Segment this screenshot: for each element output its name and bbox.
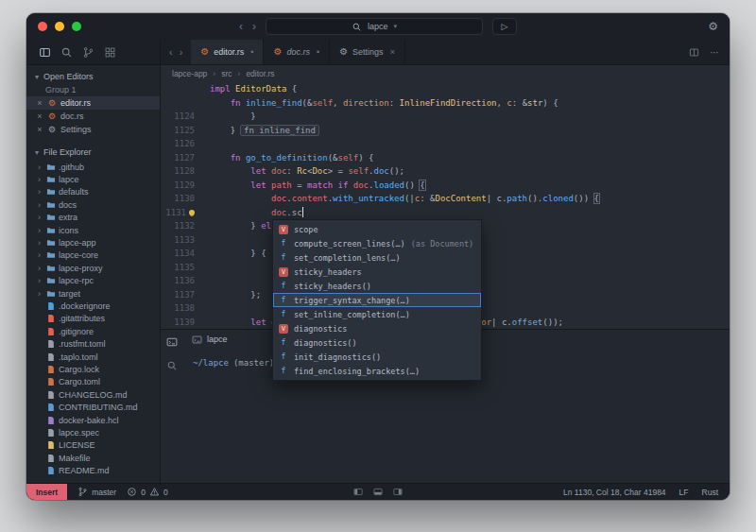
completion-item[interactable]: finit_diagnostics() [273, 350, 481, 364]
completion-item[interactable]: ffind_enclosing_brackets(…) [273, 364, 481, 378]
command-palette-input[interactable]: lapce ▾ [266, 18, 483, 35]
file-docker-bake.hcl[interactable]: docker-bake.hcl [26, 414, 160, 426]
close-icon[interactable]: × [36, 125, 43, 134]
run-button[interactable]: ▷ [492, 18, 517, 35]
folder-lapce[interactable]: ›lapce [26, 173, 160, 185]
zoom-window-button[interactable] [72, 22, 81, 31]
code-line[interactable]: 1127 fn go_to_definition(&self) { [161, 151, 730, 165]
file-README.md[interactable]: README.md [26, 464, 160, 476]
minimize-window-button[interactable] [55, 22, 64, 31]
tree-item-label: lapce-proxy [59, 264, 103, 273]
file-CHANGELOG.md[interactable]: CHANGELOG.md [26, 388, 160, 401]
file-.dockerignore[interactable]: .dockerignore [26, 300, 160, 312]
file-Cargo.toml[interactable]: Cargo.toml [26, 376, 160, 388]
file-Cargo.lock[interactable]: Cargo.lock [26, 363, 160, 375]
more-actions-button[interactable]: ⋯ [710, 47, 719, 58]
terminal-icon [192, 335, 202, 345]
tab-editor.rs[interactable]: ⚙editor.rs• [191, 40, 264, 64]
folder-.github[interactable]: ›.github [26, 161, 160, 173]
titlebar[interactable]: ‹ › lapce ▾ ▷ ⚙ [26, 13, 730, 40]
folder-docs[interactable]: ›docs [26, 198, 160, 211]
code-line[interactable]: 1124 } [161, 110, 730, 124]
folder-target[interactable]: ›target [26, 287, 160, 300]
git-branch-indicator[interactable]: master [77, 487, 116, 497]
code-line[interactable]: 1128 let doc: Rc<Doc> = self.doc(); [161, 164, 730, 179]
code-line[interactable]: 1126 [161, 137, 730, 151]
chevron-right-icon: › [38, 264, 46, 273]
tabs-forward-button[interactable]: › [180, 46, 183, 58]
completion-item[interactable]: fdiagnostics() [273, 335, 481, 350]
completion-kind-function-icon: f [279, 239, 288, 249]
folder-lapce-rpc[interactable]: ›lapce-rpc [26, 275, 160, 287]
folder-extra[interactable]: ›extra [26, 212, 160, 224]
file-lapce.spec[interactable]: lapce.spec [26, 426, 160, 438]
file-LICENSE[interactable]: LICENSE [26, 439, 160, 452]
tab-close-button[interactable]: × [390, 47, 395, 57]
terminal-tab[interactable]: lapce [183, 330, 236, 349]
gear-icon: ⚙ [48, 126, 56, 134]
completion-item[interactable]: fset_inline_completion(…) [273, 307, 481, 321]
folder-icons[interactable]: ›icons [26, 224, 160, 236]
file-CONTRIBUTING.md[interactable]: CONTRIBUTING.md [26, 401, 160, 413]
close-icon[interactable]: × [36, 98, 43, 108]
code-action-lightbulb-icon[interactable] [189, 210, 195, 215]
folder-lapce-core[interactable]: ›lapce-core [26, 249, 160, 262]
code-line[interactable]: impl EditorData { [161, 82, 730, 96]
folder-icon [46, 264, 59, 273]
completion-label: set_inline_completion(…) [294, 310, 410, 319]
toggle-panelL-button[interactable] [353, 487, 364, 497]
panel-search-button[interactable] [166, 360, 178, 371]
open-editors-header[interactable]: ▾ Open Editors [26, 69, 160, 84]
nav-forward-button[interactable]: › [252, 21, 256, 32]
file-Makefile[interactable]: Makefile [26, 452, 160, 464]
completion-item[interactable]: ftrigger_syntax_change(…) [273, 293, 481, 307]
toggle-panelB-button[interactable] [373, 487, 384, 497]
file-.gitattributes[interactable]: .gitattributes [26, 313, 160, 325]
code-line[interactable]: 1125 }fn inline_find [161, 124, 730, 138]
editor-mode-badge[interactable]: Insert [26, 484, 67, 500]
tab-doc.rs[interactable]: ⚙doc.rs• [264, 40, 330, 64]
tab-Settings[interactable]: ⚙Settings× [330, 40, 405, 64]
breadcrumb-item[interactable]: src [221, 69, 232, 78]
panel-terminal-button[interactable] [166, 336, 178, 348]
completion-item[interactable]: vscope [273, 222, 481, 236]
completion-item[interactable]: vdiagnostics [273, 321, 481, 335]
activity-extensions-button[interactable] [104, 46, 116, 59]
problems-indicator[interactable]: 0 0 [127, 487, 167, 497]
code-line[interactable]: 1129 let path = match if doc.loaded() { [161, 179, 730, 193]
completion-item[interactable]: vsticky_headers [273, 265, 481, 279]
code-line[interactable]: 1130 doc.content.with_untracked(|c: &Doc… [161, 192, 730, 206]
split-editor-button[interactable] [689, 47, 699, 58]
settings-gear-button[interactable]: ⚙ [708, 20, 718, 33]
nav-back-button[interactable]: ‹ [239, 21, 243, 32]
close-icon[interactable]: × [36, 112, 43, 121]
file-.gitignore[interactable]: .gitignore [26, 325, 160, 337]
breadcrumb-item[interactable]: editor.rs [246, 69, 274, 78]
breadcrumb-item[interactable]: lapce-app [172, 69, 207, 78]
folder-lapce-app[interactable]: ›lapce-app [26, 236, 160, 249]
toggle-panelR-button[interactable] [393, 487, 404, 497]
activity-source-control-button[interactable] [82, 46, 94, 59]
folder-lapce-proxy[interactable]: ›lapce-proxy [26, 262, 160, 274]
cursor-position-indicator[interactable]: Ln 1130, Col 18, Char 41984 [563, 488, 666, 497]
close-window-button[interactable] [38, 22, 47, 31]
folder-defaults[interactable]: ›defaults [26, 186, 160, 198]
file-.rustfmt.toml[interactable]: .rustfmt.toml [26, 337, 160, 350]
completion-item[interactable]: fset_completion_lens(…) [273, 250, 481, 265]
completion-item[interactable]: fcompute_screen_lines(…)(as Document) [273, 236, 481, 250]
activity-search-button[interactable] [60, 46, 73, 59]
open-editor-Settings[interactable]: ×⚙Settings [26, 123, 160, 136]
open-editor-doc.rs[interactable]: ×⚙doc.rs [26, 110, 160, 123]
activity-file-explorer-button[interactable] [39, 46, 51, 59]
language-mode-indicator[interactable]: Rust [702, 488, 718, 497]
line-number: 1134 [161, 247, 202, 261]
tabs-back-button[interactable]: ‹ [169, 46, 173, 58]
eol-indicator[interactable]: LF [679, 488, 689, 497]
file-explorer-header[interactable]: ▾ File Explorer [26, 145, 160, 160]
code-line[interactable]: 1131 doc.sc [161, 206, 730, 220]
open-editor-editor.rs[interactable]: ×⚙editor.rs [26, 96, 160, 110]
completion-item[interactable]: fsticky_headers() [273, 279, 481, 293]
file-.taplo.toml[interactable]: .taplo.toml [26, 351, 160, 363]
code-line[interactable]: fn inline_find(&self, direction: InlineF… [161, 96, 730, 111]
open-editors-title: Open Editors [43, 72, 94, 81]
